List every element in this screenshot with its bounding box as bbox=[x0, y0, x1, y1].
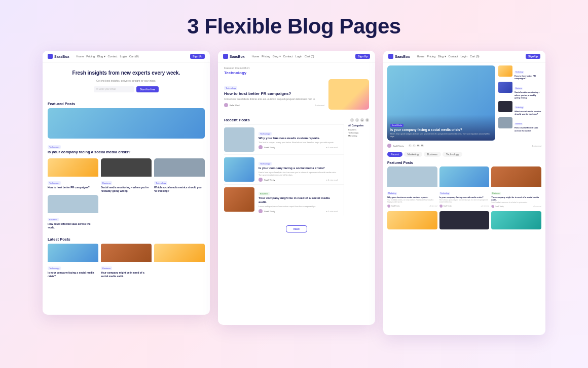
mockups-container: SaasBox Home Pricing Blog ▾ Contact Logi… bbox=[0, 51, 588, 335]
list-item[interactable]: Business How covid affected saas across … bbox=[48, 195, 98, 229]
mockup2-featured-banner: Featured this month in: Technology bbox=[218, 62, 375, 79]
mockup2-featured-cat: Technology bbox=[224, 71, 369, 75]
post-image bbox=[101, 158, 152, 177]
mockup2-signup-button[interactable]: Sign Up bbox=[355, 54, 370, 59]
mockup3-nav: SaasBox Home Pricing Blog ▾ Contact Logi… bbox=[383, 51, 545, 62]
list-item[interactable]: Business Social media monitoring – where… bbox=[498, 82, 541, 99]
mockup2-hero-tag: Technology bbox=[224, 86, 237, 90]
list-item[interactable]: Technology Which social media metrics sh… bbox=[498, 101, 541, 115]
mockup3-tabs: Recent Marketing Business Technology bbox=[383, 150, 545, 159]
list-item[interactable]: Technology Is your company facing a soci… bbox=[48, 244, 98, 278]
mockup1-featured-label: Featured Posts bbox=[43, 97, 210, 108]
mockup2-hero-row: Technology How to host better PR campaig… bbox=[218, 79, 375, 115]
mockup2-author-row: Bella Ward 2 min read bbox=[224, 103, 324, 107]
sidebar-post-text: Technology How to host better PR campaig… bbox=[514, 65, 541, 80]
mockup3-top-row: Social Media Is your company facing a so… bbox=[383, 62, 545, 144]
category-item[interactable]: Technology bbox=[348, 131, 369, 134]
tab-marketing[interactable]: Marketing bbox=[404, 152, 422, 157]
post-image bbox=[154, 244, 205, 262]
mockup1-logo-icon bbox=[48, 54, 53, 59]
list-item[interactable]: Business Your company might be in need o… bbox=[224, 184, 344, 216]
list-item[interactable]: Business Your company might be in need o… bbox=[491, 166, 541, 208]
tab-recent[interactable]: Recent bbox=[387, 152, 402, 157]
mockup3-author-avatar bbox=[387, 144, 391, 148]
mockup1-hero-title: Fresh insights from new experts every we… bbox=[50, 70, 203, 77]
bottom-post-image bbox=[439, 211, 490, 229]
mockup2-hero-image bbox=[328, 79, 369, 110]
linkedin-icon[interactable]: in bbox=[417, 144, 420, 147]
featured-post-image bbox=[439, 166, 490, 187]
mockup2-next-button[interactable]: Next bbox=[286, 225, 307, 232]
mockup2-nav: SaasBox Home Pricing Blog ▾ Contact Logi… bbox=[218, 51, 375, 62]
instagram-icon[interactable]: in bbox=[360, 118, 364, 122]
mockup3-social-icons: f t in G bbox=[409, 144, 424, 147]
facebook-icon[interactable]: f bbox=[350, 118, 354, 122]
mockup2-posts-list: Technology Why your business needs custo… bbox=[224, 124, 344, 216]
bottom-post-image bbox=[491, 211, 541, 229]
mockup3-nav-links: Home Pricing Blog ▾ Contact Login Cart (… bbox=[417, 55, 523, 58]
mockup2-next-section: Next bbox=[218, 219, 375, 237]
post-image bbox=[48, 158, 98, 177]
post-avatar bbox=[259, 178, 263, 182]
sidebar-post-image bbox=[498, 82, 512, 93]
list-item[interactable]: Business Your company might be in need o… bbox=[101, 244, 152, 278]
post-image bbox=[154, 158, 205, 177]
mockup2-hero-excerpt: Consectetur iusto laboris dolores eros a… bbox=[224, 98, 324, 101]
sidebar-post-image bbox=[498, 101, 512, 112]
mockup3-sidebar: Technology How to host better PR campaig… bbox=[498, 65, 541, 141]
categories-label: All Categories bbox=[348, 124, 369, 127]
mockup2-author-name: Bella Ward bbox=[230, 104, 239, 107]
category-item[interactable]: Business bbox=[348, 128, 369, 131]
mockup1-cta-button[interactable]: Start for free bbox=[136, 86, 159, 92]
mockup-3: SaasBox Home Pricing Blog ▾ Contact Logi… bbox=[383, 51, 545, 335]
mockup3-bottom-grid bbox=[383, 211, 545, 232]
mockup1-email-input[interactable]: ✉ Enter your email bbox=[94, 86, 134, 92]
facebook-icon[interactable]: f bbox=[409, 144, 412, 147]
mockup3-logo: SaasBox bbox=[388, 54, 410, 59]
mockup1-signup-button[interactable]: Sign Up bbox=[190, 54, 205, 59]
post-image bbox=[101, 244, 152, 262]
mockup2-categories: All Categories Business Technology Marke… bbox=[344, 124, 369, 216]
list-item[interactable]: Business Social media monitoring – where… bbox=[101, 158, 152, 192]
page-title: 3 Flexible Blog Pages bbox=[187, 14, 400, 39]
sidebar-post-image bbox=[498, 65, 512, 77]
list-item[interactable]: Technology Which social media metrics sh… bbox=[154, 158, 205, 192]
list-item[interactable]: Technology How to host better PR campaig… bbox=[48, 158, 98, 192]
mockup2-hero-text: Technology How to host better PR campaig… bbox=[224, 82, 324, 108]
list-item[interactable] bbox=[154, 244, 205, 278]
tab-technology[interactable]: Technology bbox=[443, 152, 462, 157]
twitter-icon[interactable]: t bbox=[355, 118, 359, 122]
twitter-icon[interactable]: t bbox=[413, 144, 416, 147]
google-icon[interactable]: G bbox=[421, 144, 424, 147]
featured-post-avatar bbox=[491, 205, 494, 208]
mockup1-large-card[interactable]: Technology Is your company facing a soci… bbox=[43, 108, 210, 159]
mockup3-main-image: Social Media Is your company facing a so… bbox=[387, 65, 495, 141]
mockup1-large-tag: Technology bbox=[48, 145, 61, 149]
mockup3-author-name: SaaS Trinity bbox=[393, 145, 404, 147]
mockup3-logo-icon bbox=[388, 54, 393, 59]
list-item[interactable]: Technology How to host better PR campaig… bbox=[498, 65, 541, 80]
post-avatar bbox=[259, 145, 263, 149]
list-item[interactable]: Business How covid affected saas across … bbox=[498, 117, 541, 131]
mockup3-author-row: SaaS Trinity f t in G 4 min read bbox=[383, 144, 545, 150]
mockup3-main-excerpt: Here's how a good analytics tool can sav… bbox=[390, 133, 492, 138]
mockup3-signup-button[interactable]: Sign Up bbox=[526, 54, 540, 59]
post-avatar bbox=[259, 209, 263, 213]
list-item[interactable]: Technology Why your business needs custo… bbox=[224, 124, 344, 154]
mockup1-hero: Fresh insights from new experts every we… bbox=[43, 62, 210, 97]
featured-post-image bbox=[491, 166, 541, 187]
category-item[interactable]: Marketing bbox=[348, 135, 369, 137]
bottom-post-image bbox=[387, 211, 437, 229]
tab-business[interactable]: Business bbox=[424, 152, 441, 157]
list-item[interactable]: Technology Is your company facing a soci… bbox=[224, 154, 344, 184]
list-item[interactable]: Marketing Why your business needs custom… bbox=[387, 166, 437, 208]
mockup2-posts-section: Technology Why your business needs custo… bbox=[218, 124, 375, 219]
post-info: Technology Why your business needs custo… bbox=[259, 127, 338, 152]
sidebar-post-text: Business How covid affected saas across … bbox=[514, 117, 541, 131]
mockup3-main-tag: Social Media bbox=[390, 124, 403, 127]
list-item[interactable]: Technology Is your company facing a soci… bbox=[439, 166, 490, 208]
mockup1-large-title: Is your company facing a social media cr… bbox=[48, 150, 205, 155]
post-image bbox=[224, 127, 254, 152]
google-icon[interactable]: G bbox=[365, 118, 369, 122]
post-image bbox=[224, 157, 254, 182]
